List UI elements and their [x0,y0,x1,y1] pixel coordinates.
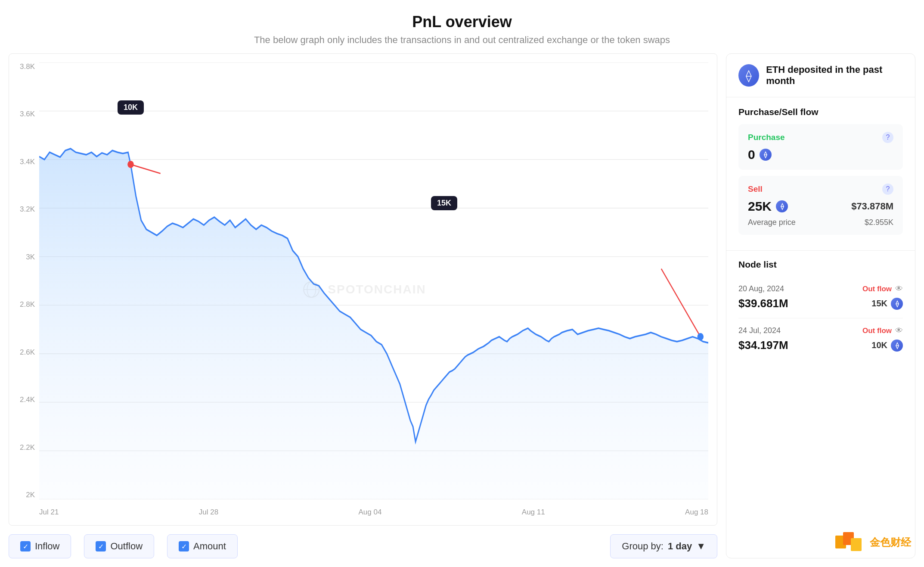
y-label-26k: 2.6K [9,348,38,357]
amount-checkbox[interactable] [179,541,189,551]
node-item-2: 24 Jul, 2024 Out flow 👁 $34.197M 10K ⟠ [738,318,903,360]
purchase-sell-section: Purchase/Sell flow Purchase ? 0 ⟠ Sell [726,97,915,251]
chart-area: 3.8K 3.6K 3.4K 3.2K 3K 2.8K 2.6K 2.4K 2.… [9,53,717,558]
page-wrapper: PnL overview The below graph only includ… [0,0,924,567]
node-item-2-header: 24 Jul, 2024 Out flow 👁 [738,326,903,335]
avg-price-value: $2.955K [865,218,893,227]
purchase-value: 0 [748,147,755,162]
y-label-36k: 3.6K [9,110,38,118]
sell-usd: $73.878M [851,201,893,212]
sell-help-icon[interactable]: ? [882,184,893,195]
node-2-eth-badge: ⟠ [891,340,903,352]
outflow-checkbox[interactable] [96,541,106,551]
logo-svg [834,530,865,554]
purchase-label: Purchase [748,133,785,142]
purchase-sell-title: Purchase/Sell flow [738,107,903,117]
node-1-flow-label: Out flow [862,285,892,293]
node-2-eth-value: 10K [871,340,887,350]
purchase-help-icon[interactable]: ? [882,132,893,143]
purchase-card-header: Purchase ? [748,132,893,143]
sell-card: Sell ? 25K ⟠ $73.878M Average price $2.9… [738,176,903,235]
avg-price-row: Average price $2.955K [748,218,893,227]
page-header: PnL overview The below graph only includ… [0,0,924,53]
group-by-value: 1 day [668,541,692,552]
x-label-jul28: Jul 28 [199,508,218,517]
y-label-3k: 3K [9,253,38,262]
node-2-eth-row: 10K ⟠ [871,340,903,352]
logo-text: 金色财经 [870,536,911,549]
node-2-flow-label: Out flow [862,327,892,335]
inflow-label: Inflow [35,541,59,552]
chart-container: 3.8K 3.6K 3.4K 3.2K 3K 2.8K 2.6K 2.4K 2.… [9,53,717,526]
svg-line-12 [661,269,701,337]
group-by-selector[interactable]: Group by: 1 day ▼ [610,534,717,558]
y-label-28k: 2.8K [9,300,38,309]
sell-label: Sell [748,184,763,194]
avg-price-label: Average price [748,218,796,227]
y-label-24k: 2.4K [9,396,38,404]
sell-card-header: Sell ? [748,184,893,195]
tooltip-10k: 10K [118,100,144,115]
svg-line-10 [130,165,160,174]
purchase-value-row: 0 ⟠ [748,147,893,162]
eth-symbol: ⟠ [746,69,752,83]
node-list-section: Node list 20 Aug, 2024 Out flow 👁 $39.68… [726,251,915,368]
svg-point-13 [698,333,704,340]
svg-point-11 [127,161,134,168]
x-axis: Jul 21 Jul 28 Aug 04 Aug 11 Aug 18 [39,508,708,517]
node-item-2-bottom: $34.197M 10K ⟠ [738,339,903,352]
node-item-1-header: 20 Aug, 2024 Out flow 👁 [738,284,903,293]
node-1-date: 20 Aug, 2024 [738,284,784,293]
right-panel: ⟠ ETH deposited in the past month Purcha… [726,53,915,558]
sell-value-row: 25K ⟠ $73.878M [748,199,893,214]
y-label-38k: 3.8K [9,62,38,71]
bottom-logo: 金色财经 [834,530,911,554]
legend-amount[interactable]: Amount [167,534,238,558]
y-label-22k: 2.2K [9,443,38,452]
amount-label: Amount [193,541,226,552]
sell-value: 25K [748,199,772,214]
node-2-eye-icon: 👁 [895,326,903,335]
legend-outflow[interactable]: Outflow [84,534,154,558]
tooltip-15k: 15K [431,196,457,210]
group-by-label: Group by: [622,541,664,552]
x-label-jul21: Jul 21 [39,508,59,517]
page-subtitle: The below graph only includes the transa… [0,34,924,46]
main-content: 3.8K 3.6K 3.4K 3.2K 3K 2.8K 2.6K 2.4K 2.… [0,53,924,558]
outflow-label: Outflow [110,541,143,552]
y-axis: 3.8K 3.6K 3.4K 3.2K 3K 2.8K 2.6K 2.4K 2.… [9,62,38,499]
chevron-down-icon: ▼ [696,541,706,552]
panel-title: ETH deposited in the past month [766,64,903,87]
svg-rect-19 [851,538,862,551]
x-label-aug11: Aug 11 [522,508,545,517]
node-2-amount: $34.197M [738,339,788,352]
node-1-amount: $39.681M [738,297,788,310]
y-label-2k: 2K [9,491,38,499]
node-1-eye-icon: 👁 [895,284,903,293]
panel-header: ⟠ ETH deposited in the past month [726,54,915,97]
node-1-eth-value: 15K [871,299,887,308]
purchase-card: Purchase ? 0 ⟠ [738,124,903,170]
node-item-1: 20 Aug, 2024 Out flow 👁 $39.681M 15K ⟠ [738,277,903,318]
y-label-32k: 3.2K [9,205,38,214]
node-item-1-bottom: $39.681M 15K ⟠ [738,297,903,310]
legend-inflow[interactable]: Inflow [9,534,71,558]
node-1-eth-badge: ⟠ [891,298,903,310]
node-1-eth-row: 15K ⟠ [871,298,903,310]
x-label-aug04: Aug 04 [359,508,382,517]
inflow-checkbox[interactable] [20,541,31,551]
y-label-34k: 3.4K [9,158,38,166]
x-label-aug18: Aug 18 [685,508,708,517]
eth-icon: ⟠ [738,64,759,87]
node-2-date: 24 Jul, 2024 [738,326,781,335]
page-title: PnL overview [0,13,924,31]
sell-eth-badge: ⟠ [776,200,788,212]
chart-legend: Inflow Outflow Amount Group by: 1 day ▼ [9,534,717,558]
price-chart [39,62,708,499]
node-list-title: Node list [738,259,903,270]
purchase-eth-badge: ⟠ [760,149,772,161]
